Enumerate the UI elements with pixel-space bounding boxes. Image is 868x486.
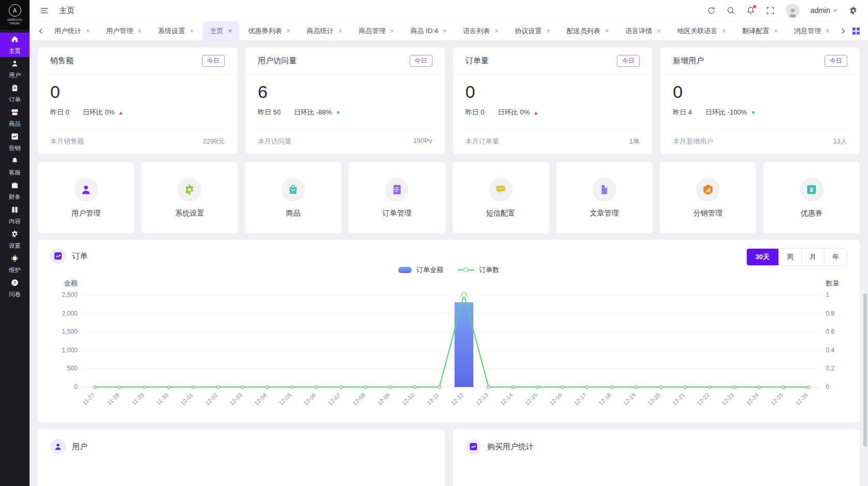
sidebar-item-客服[interactable]: 客服 — [0, 154, 30, 179]
store-icon — [11, 108, 19, 118]
tab-配送员列表[interactable]: 配送员列表 × — [559, 21, 616, 40]
order-icon — [11, 84, 19, 94]
svg-text:12-05: 12-05 — [278, 392, 293, 406]
shortcut-分销管理[interactable]: 分销管理 — [660, 162, 756, 233]
tabs-scroll-left[interactable] — [35, 21, 47, 40]
shortcut-商品[interactable]: 商品 — [245, 162, 341, 233]
page-title: 主页 — [59, 6, 75, 16]
fullscreen-icon[interactable] — [766, 6, 775, 15]
sidebar-item-设置[interactable]: 设置 — [0, 227, 30, 252]
shortcut-订单管理[interactable]: 订单管理 — [349, 162, 445, 233]
sidebar-item-问卷[interactable]: ? 问卷 — [0, 276, 30, 301]
stat-card: 新增用户 今日 0 昨日 4 日环比 -100%▼ 本月新增用户 13人 — [660, 48, 860, 154]
close-icon[interactable]: × — [228, 27, 232, 35]
close-icon[interactable]: × — [443, 27, 447, 35]
close-icon[interactable]: × — [390, 27, 394, 35]
buyer-card-icon-wrap — [466, 439, 481, 454]
range-button-30天[interactable]: 30天 — [747, 249, 778, 265]
bell-icon[interactable] — [746, 6, 755, 15]
user-card-icon-wrap — [50, 439, 66, 454]
tab-地区关联语言[interactable]: 地区关联语言 × — [670, 21, 733, 40]
shortcut-优惠券[interactable]: ¥ 优惠券 — [763, 162, 860, 233]
range-button-月[interactable]: 月 — [801, 249, 824, 265]
close-icon[interactable]: × — [138, 27, 142, 35]
shortcut-短信配置[interactable]: 短信配置 — [453, 162, 549, 233]
range-button-年[interactable]: 年 — [824, 249, 847, 265]
gear-icon — [11, 230, 19, 240]
close-icon[interactable]: × — [722, 27, 726, 35]
shortcut-文章管理[interactable]: 文章管理 — [556, 162, 653, 233]
svg-text:0.8: 0.8 — [826, 310, 834, 317]
sidebar-item-订单[interactable]: 订单 — [0, 81, 30, 106]
buyer-card-header: 购买用户统计 — [466, 439, 848, 454]
close-icon[interactable]: × — [190, 27, 194, 35]
stat-card: 销售额 今日 0 昨日 0 日环比 0%▲ 本月销售额 2299元 — [38, 48, 237, 154]
range-button-周[interactable]: 周 — [778, 249, 801, 265]
content: 销售额 今日 0 昨日 0 日环比 0%▲ 本月销售额 2299元 用户访问量 … — [30, 41, 868, 486]
sidebar-item-维护[interactable]: 维护 — [0, 252, 30, 276]
sidebar-item-内容[interactable]: 内容 — [0, 203, 30, 227]
tab-商品统计[interactable]: 商品统计 × — [299, 21, 350, 40]
tab-主页[interactable]: 主页 × — [202, 21, 239, 40]
order-chart-header: 订单 — [38, 240, 860, 264]
user-icon — [54, 442, 62, 451]
sidebar-item-营销[interactable]: 营销 — [0, 130, 30, 154]
user-icon — [74, 178, 98, 202]
stat-ratio: 日环比 0% — [498, 108, 529, 116]
close-icon[interactable]: × — [826, 27, 830, 35]
search-icon[interactable] — [727, 6, 735, 15]
close-icon[interactable]: × — [657, 27, 661, 35]
chart-legend: 订单金额 订单数 — [38, 264, 860, 276]
svg-text:0.2: 0.2 — [826, 365, 834, 372]
user-menu[interactable]: admin — [811, 6, 838, 15]
svg-text:0.4: 0.4 — [826, 347, 834, 354]
close-icon[interactable]: × — [774, 27, 778, 35]
tab-actions-grid-icon[interactable] — [849, 21, 863, 40]
close-icon[interactable]: × — [605, 27, 609, 35]
shortcut-用户管理[interactable]: 用户管理 — [38, 162, 134, 233]
tab-语言列表[interactable]: 语言列表 × — [456, 21, 506, 40]
chevron-down-icon — [833, 8, 838, 13]
sidebar-item-主页[interactable]: 主页 — [0, 33, 30, 57]
sidebar-item-商品[interactable]: 商品 — [0, 106, 30, 130]
close-icon[interactable]: × — [546, 27, 551, 35]
svg-text:12-20: 12-20 — [646, 392, 661, 406]
tabs-scroll-right[interactable] — [837, 21, 849, 40]
tab-优惠券列表[interactable]: 优惠券列表 × — [241, 21, 298, 40]
close-icon[interactable]: × — [338, 27, 342, 35]
stat-ratio: 日环比 -100% — [705, 108, 747, 116]
stat-title: 用户访问量 — [258, 56, 297, 66]
legend-order-amount[interactable]: 订单金额 — [398, 265, 443, 275]
close-icon[interactable]: × — [286, 27, 291, 35]
shortcut-系统设置[interactable]: 系统设置 — [141, 162, 238, 233]
notification-dot — [753, 5, 756, 8]
tab-商品 ID:4[interactable]: 商品 ID:4 × — [403, 21, 454, 40]
shortcut-label: 用户管理 — [71, 209, 100, 218]
sidebar-item-财务[interactable]: 财务 — [0, 179, 30, 203]
refresh-icon[interactable] — [707, 6, 716, 15]
svg-text:12-21: 12-21 — [671, 392, 686, 406]
tab-系统设置[interactable]: 系统设置 × — [151, 21, 201, 40]
bottom-row: 用户 购买用户统计 — [38, 430, 860, 486]
tab-商品管理[interactable]: 商品管理 × — [351, 21, 401, 40]
shortcut-label: 短信配置 — [486, 209, 515, 218]
tab-翻译配置[interactable]: 翻译配置 × — [735, 21, 785, 40]
line-swatch-icon — [458, 269, 474, 270]
tab-消息管理[interactable]: 消息管理 × — [787, 21, 837, 40]
tab-语言详情[interactable]: 语言详情 × — [618, 21, 668, 40]
content-icon — [11, 206, 19, 216]
tab-协议设置[interactable]: 协议设置 × — [508, 21, 558, 40]
tab-用户统计[interactable]: 用户统计 × — [47, 21, 97, 40]
sidebar-item-用户[interactable]: 用户 — [0, 57, 30, 81]
gear-icon[interactable] — [849, 6, 858, 15]
avatar[interactable] — [786, 4, 800, 18]
hamburger-icon[interactable] — [40, 6, 49, 15]
legend-order-count[interactable]: 订单数 — [458, 265, 499, 275]
tab-用户管理[interactable]: 用户管理 × — [99, 21, 149, 40]
user-card-title: 用户 — [72, 442, 88, 452]
page-scrollbar[interactable] — [863, 293, 867, 447]
stat-footer-label: 本月销售额 — [50, 137, 84, 146]
close-icon[interactable]: × — [86, 27, 90, 35]
stat-card: 用户访问量 今日 6 昨日 50 日环比 -88%▼ 本月访问量 190Pv — [245, 48, 445, 154]
close-icon[interactable]: × — [495, 27, 499, 35]
